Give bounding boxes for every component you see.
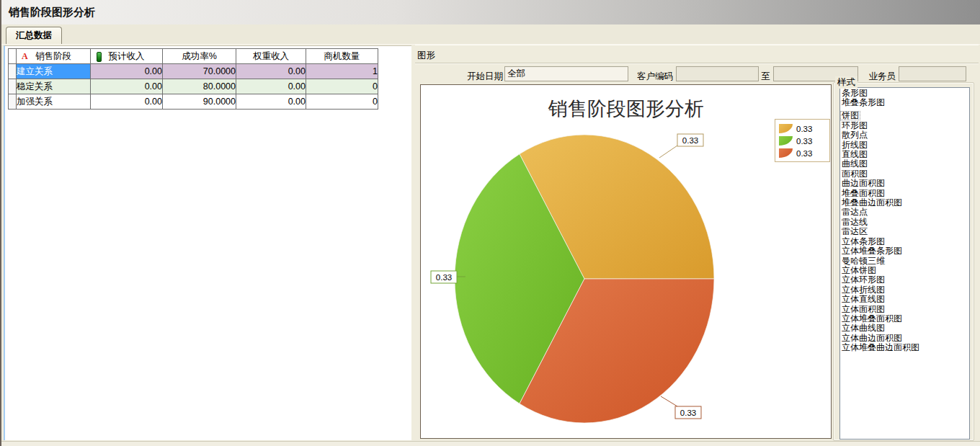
legend-entry: 0.33 — [779, 147, 827, 159]
customer-code-label: 客户编码 — [630, 69, 673, 84]
col-header-stage[interactable]: A 销售阶段 — [17, 49, 91, 64]
table-row: 加强关系 0.00 90.0000 0.00 0 — [9, 94, 378, 110]
pie-data-label: 0.33 — [659, 134, 703, 158]
header-indicator-cell — [9, 49, 17, 64]
stage-cell[interactable]: 稳定关系 — [17, 79, 91, 94]
chart-title: 销售阶段图形分析 — [548, 97, 704, 120]
opportunity-count-cell[interactable]: 0 — [306, 79, 378, 94]
table-header-row: A 销售阶段 预计收入 成功率% 权重收入 商机数量 — [9, 49, 378, 64]
style-list-item[interactable]: 饼图 — [840, 111, 860, 120]
window-title: 销售阶段图形分析 — [9, 6, 95, 19]
graph-panel-separator — [415, 63, 979, 64]
table-row: 建立关系 0.00 70.0000 0.00 1 — [9, 64, 378, 79]
customer-code-input[interactable] — [676, 66, 759, 81]
legend-value: 0.33 — [796, 125, 812, 133]
row-indicator — [9, 64, 17, 79]
svg-text:0.33: 0.33 — [436, 273, 452, 282]
table-row: 稳定关系 0.00 80.0000 0.00 0 — [9, 79, 378, 94]
col-header-opportunity-count[interactable]: 商机数量 — [306, 49, 378, 64]
style-list-item[interactable]: 堆叠曲边面积图 — [840, 198, 969, 208]
style-list-item[interactable]: 立体直线图 — [840, 295, 969, 304]
summary-table-panel: A 销售阶段 预计收入 成功率% 权重收入 商机数量 — [4, 45, 413, 440]
style-list-item[interactable]: 直线图 — [840, 150, 969, 159]
style-list-item[interactable]: 雷达区 — [840, 227, 969, 236]
legend-value: 0.33 — [796, 137, 812, 146]
style-list[interactable]: 条形图堆叠条形图饼图环形图散列点折线图直线图曲线图面积图曲边面积图堆叠面积图堆叠… — [839, 87, 970, 440]
col-header-success-rate[interactable]: 成功率% — [163, 49, 236, 64]
legend-swatch — [779, 124, 793, 133]
style-group-title: 样式 — [835, 76, 858, 89]
style-list-item[interactable]: 雷达点 — [840, 208, 969, 217]
status-strip — [0, 441, 980, 446]
start-date-input[interactable] — [504, 66, 628, 81]
expected-income-cell[interactable]: 0.00 — [91, 64, 163, 79]
svg-text:0.33: 0.33 — [682, 136, 698, 145]
svg-text:0.33: 0.33 — [680, 409, 696, 417]
window-left-edge — [0, 0, 1, 446]
style-list-item[interactable]: 立体饼图 — [840, 266, 969, 275]
window-titlebar: 销售阶段图形分析 — [0, 0, 980, 24]
style-list-item[interactable]: 立体曲线图 — [840, 324, 969, 333]
expected-income-cell[interactable]: 0.00 — [91, 94, 163, 110]
opportunity-count-cell[interactable]: 0 — [306, 94, 378, 110]
col-header-expected-income[interactable]: 预计收入 — [91, 49, 163, 64]
style-list-item[interactable]: 雷达线 — [840, 218, 969, 227]
chart-legend: 0.330.330.33 — [775, 119, 830, 162]
graph-panel: 图形 开始日期 客户编码 至 业务员 销售阶段图形分析 0.33 — [415, 45, 979, 442]
weighted-income-cell[interactable]: 0.00 — [236, 94, 306, 110]
numeric-type-icon — [97, 52, 102, 62]
pie-chart: 销售阶段图形分析 0.33 0.33 0.33 — [421, 85, 831, 438]
legend-entry: 0.33 — [779, 122, 827, 135]
pie-data-label: 0.33 — [661, 396, 701, 419]
legend-entry: 0.33 — [779, 135, 827, 147]
style-list-item[interactable]: 曼哈顿三维 — [840, 257, 969, 266]
expected-income-cell[interactable]: 0.00 — [91, 79, 163, 94]
success-rate-cell[interactable]: 70.0000 — [163, 64, 236, 79]
style-list-item[interactable]: 立体堆叠曲边面积图 — [840, 343, 969, 352]
legend-swatch — [779, 148, 793, 158]
weighted-income-cell[interactable]: 0.00 — [236, 79, 306, 94]
style-list-item[interactable]: 堆叠面积图 — [840, 189, 969, 198]
style-list-item[interactable]: 环形图 — [840, 121, 969, 130]
style-list-item[interactable]: 立体堆叠条形图 — [840, 246, 969, 256]
opportunity-count-cell[interactable]: 1 — [306, 64, 378, 79]
success-rate-cell[interactable]: 90.0000 — [163, 94, 236, 110]
style-list-item[interactable]: 立体折线图 — [840, 285, 969, 295]
col-header-weighted-income[interactable]: 权重收入 — [236, 49, 306, 64]
success-rate-cell[interactable]: 80.0000 — [163, 79, 236, 94]
stage-cell[interactable]: 建立关系 — [17, 64, 91, 79]
style-list-item[interactable]: 立体环形图 — [840, 275, 969, 285]
row-indicator — [9, 79, 17, 94]
row-indicator — [9, 94, 17, 110]
style-list-item[interactable]: 条形图 — [840, 89, 969, 98]
style-list-item[interactable]: 面积图 — [840, 169, 969, 179]
graph-panel-title: 图形 — [417, 50, 435, 62]
style-list-item[interactable]: 立体条形图 — [840, 237, 969, 246]
style-list-item[interactable]: 曲线图 — [840, 159, 969, 169]
style-list-item[interactable]: 散列点 — [840, 130, 969, 140]
pie-chart-area: 销售阶段图形分析 0.33 0.33 0.33 0.33 — [420, 84, 832, 439]
tab-summary-data[interactable]: 汇总数据 — [6, 27, 62, 44]
window: 销售阶段图形分析 汇总数据 A 销售阶段 预计收入 成功率% — [0, 0, 980, 446]
weighted-income-cell[interactable]: 0.00 — [236, 64, 306, 79]
text-type-icon: A — [22, 51, 28, 62]
legend-swatch — [779, 136, 793, 146]
style-list-item[interactable]: 立体曲边面积图 — [840, 334, 969, 343]
style-list-item[interactable]: 立体面积图 — [840, 305, 969, 314]
style-list-item[interactable]: 折线图 — [840, 141, 969, 150]
start-date-label: 开始日期 — [444, 69, 503, 84]
tab-strip: 汇总数据 — [0, 24, 980, 45]
style-list-item[interactable]: 堆叠条形图 — [840, 98, 969, 107]
style-group: 样式 条形图堆叠条形图饼图环形图散列点折线图直线图曲线图面积图曲边面积图堆叠面积… — [833, 76, 974, 441]
style-list-item[interactable]: 立体堆叠面积图 — [840, 314, 969, 324]
legend-value: 0.33 — [796, 149, 812, 158]
style-list-item[interactable]: 曲边面积图 — [840, 179, 969, 188]
stage-cell[interactable]: 加强关系 — [17, 94, 91, 110]
to-label: 至 — [754, 69, 770, 84]
summary-table: A 销售阶段 预计收入 成功率% 权重收入 商机数量 — [8, 48, 378, 110]
